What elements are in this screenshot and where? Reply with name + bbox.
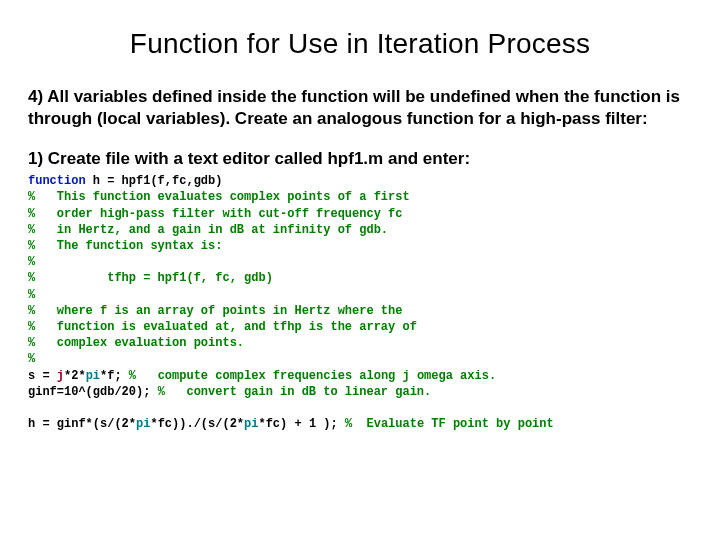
imag-j: j: [57, 369, 64, 383]
code-text: *2*: [64, 369, 86, 383]
const-pi: pi: [86, 369, 100, 383]
comment-line: %: [28, 255, 35, 269]
comment-inline: % Evaluate TF point by point: [345, 417, 554, 431]
code-text: s =: [28, 369, 57, 383]
comment-line: %: [28, 288, 35, 302]
comment-line: % The function syntax is:: [28, 239, 222, 253]
comment-line: % function is evaluated at, and tfhp is …: [28, 320, 417, 334]
code-block: function h = hpf1(f,fc,gdb) % This funct…: [28, 173, 692, 432]
keyword-function: function: [28, 174, 86, 188]
comment-line: % in Hertz, and a gain in dB at infinity…: [28, 223, 388, 237]
comment-line: % order high-pass filter with cut-off fr…: [28, 207, 402, 221]
code-text: *fc) + 1 );: [258, 417, 344, 431]
function-signature: h = hpf1(f,fc,gdb): [86, 174, 223, 188]
slide: Function for Use in Iteration Process 4)…: [0, 0, 720, 452]
paragraph-point-4: 4) All variables defined inside the func…: [28, 86, 692, 130]
code-text: *fc))./(s/(2*: [150, 417, 244, 431]
comment-line: % tfhp = hpf1(f, fc, gdb): [28, 271, 273, 285]
comment-line: %: [28, 352, 35, 366]
code-text: *f;: [100, 369, 129, 383]
slide-title: Function for Use in Iteration Process: [28, 28, 692, 60]
comment-line: % complex evaluation points.: [28, 336, 244, 350]
const-pi: pi: [136, 417, 150, 431]
const-pi: pi: [244, 417, 258, 431]
comment-inline: % convert gain in dB to linear gain.: [158, 385, 432, 399]
comment-line: % This function evaluates complex points…: [28, 190, 410, 204]
step-1-heading: 1) Create file with a text editor called…: [28, 148, 692, 170]
comment-line: % where f is an array of points in Hertz…: [28, 304, 402, 318]
code-text: ginf=10^(gdb/20);: [28, 385, 158, 399]
comment-inline: % compute complex frequencies along j om…: [129, 369, 496, 383]
code-text: h = ginf*(s/(2*: [28, 417, 136, 431]
